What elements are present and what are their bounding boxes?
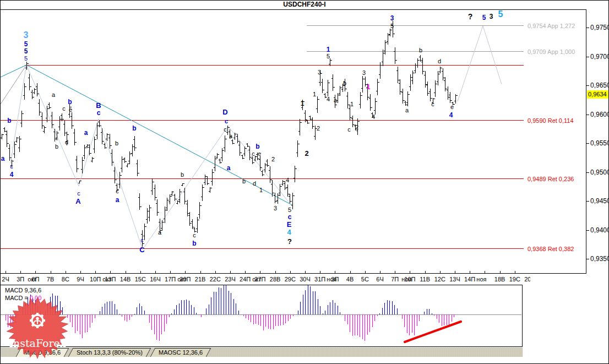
wave-label: 3 xyxy=(362,69,366,76)
wave-label: d xyxy=(438,58,441,64)
wave-label: a xyxy=(52,91,56,98)
price-axis-tick-mark xyxy=(586,115,589,115)
chart-borders xyxy=(1,9,586,274)
wave-label: c xyxy=(62,105,66,112)
time-axis[interactable]: 2Ч3П6П7В8С9Ч10П13П14В15С16Ч17П20П21В22С2… xyxy=(1,274,530,285)
price-tick-label: 0,9750 xyxy=(590,24,609,31)
wave-label: d xyxy=(253,180,256,187)
wave-label: e xyxy=(69,106,72,113)
price-axis-tick-mark xyxy=(586,28,589,28)
tab-maosc[interactable]: MAOSC 12,36,6 xyxy=(150,348,211,357)
wave-label: A xyxy=(75,197,81,205)
wave-label: a xyxy=(227,164,231,172)
wave-label: 4 xyxy=(449,111,453,119)
wave-label: c xyxy=(10,163,13,170)
price-axis[interactable]: 0,9634 0,97500,97000,96500,96000,95500,9… xyxy=(586,9,609,274)
month-tick-label: ноя xyxy=(327,276,336,282)
wave-label: 4 xyxy=(10,171,14,178)
date-tick-label: 28В xyxy=(270,276,281,282)
indicator-tab-strip: MACD 9,36,6 Stoch 13,3,3 (80%-20%) MAOSC… xyxy=(1,347,523,357)
wave-label: b xyxy=(419,47,422,53)
price-axis-tick-mark xyxy=(586,143,589,144)
wave-label: a xyxy=(334,97,338,104)
wave-label: ? xyxy=(468,12,473,21)
wave-label: b xyxy=(68,98,72,106)
wave-label: 2 xyxy=(355,124,358,131)
wave-label: d xyxy=(65,139,68,145)
date-tick-label: 7В xyxy=(47,276,54,282)
wave-label: 3 xyxy=(318,69,321,75)
wave-label: 4 xyxy=(287,228,291,236)
date-tick-label: 7П xyxy=(391,276,399,282)
wave-label: 5 xyxy=(24,40,28,48)
wave-label: b xyxy=(343,80,346,86)
date-tick-label: 22С xyxy=(210,276,221,282)
price-tick-label: 0,9500 xyxy=(590,169,609,176)
date-tick-label: 14П xyxy=(464,276,475,282)
date-tick-label: 4В xyxy=(346,276,354,282)
wave-label: c xyxy=(193,232,196,238)
wave-label: 2 xyxy=(304,149,308,157)
wave-label: 5 xyxy=(498,9,503,19)
wave-label: 3 xyxy=(274,205,277,211)
wave-label: c xyxy=(347,126,351,133)
wave-label: B xyxy=(96,101,101,110)
wave-label: 2 xyxy=(317,125,320,132)
date-tick-label: 24П xyxy=(240,276,251,282)
macd-panel-canvas[interactable] xyxy=(1,285,523,347)
price-axis-tick-mark xyxy=(586,201,589,202)
date-tick-label: 31П xyxy=(314,276,325,282)
wave-label: a xyxy=(229,133,233,139)
wave-label: 1 xyxy=(259,187,263,193)
wave-label: b xyxy=(7,117,11,124)
date-tick-label: 29С xyxy=(285,276,296,282)
main-chart-canvas[interactable]: 0,9754 App 1,2720,9709 App 1,0000,9590 R… xyxy=(1,9,586,274)
wave-label: 5 xyxy=(24,55,28,62)
date-tick-label: 8С xyxy=(62,276,69,282)
level-label: 0,9709 App 1,000 xyxy=(528,48,575,55)
price-tick-label: 0,9350 xyxy=(590,255,609,263)
wave-label: 2 xyxy=(271,156,275,162)
wave-label: c xyxy=(140,237,144,243)
wave-label: 5 xyxy=(390,23,394,29)
price-tick-label: 0,9600 xyxy=(590,111,609,118)
wave-label: 1 xyxy=(367,83,371,91)
chart-title: USDCHF240-I xyxy=(1,1,608,10)
month-tick-label: окт xyxy=(177,276,186,282)
forecast-lines xyxy=(458,26,502,101)
level-label: 0,9368 Ret 0,382 xyxy=(528,246,574,252)
price-axis-tick-mark xyxy=(586,85,589,86)
wave-label: a xyxy=(158,229,162,236)
date-tick-label: 17П xyxy=(165,276,176,282)
month-tick-label: окт xyxy=(102,276,111,282)
price-axis-tick-mark xyxy=(586,57,589,57)
wave-label: c xyxy=(288,213,292,221)
level-label: 0,9489 Ret 0,236 xyxy=(528,176,574,182)
wave-label: b xyxy=(181,171,184,178)
wave-label: C xyxy=(139,246,145,254)
chart-window: USDCHF240-I 0,9754 App 1,2720,9709 App 1… xyxy=(0,0,609,364)
date-tick-label: 9Ч xyxy=(77,276,84,282)
month-tick-label: ноя xyxy=(476,276,486,282)
price-tick-label: 0,9400 xyxy=(590,226,609,234)
wave-label: 1 xyxy=(301,100,304,107)
macd-trendline xyxy=(405,322,461,342)
footer-strip xyxy=(1,357,608,363)
current-price-tag: 0,9634 xyxy=(587,90,608,99)
date-tick-label: 6Ч xyxy=(376,276,383,282)
month-tick-label: окт xyxy=(252,276,261,282)
gear-person-icon xyxy=(30,313,45,328)
wave-label: 4 xyxy=(372,113,375,120)
wave-label: e xyxy=(450,104,454,110)
time-axis-ticks xyxy=(6,271,515,273)
date-tick-label: 30Ч xyxy=(300,276,311,282)
wave-label: b xyxy=(192,240,196,247)
wave-label: c xyxy=(116,188,119,194)
tab-stochastic[interactable]: Stoch 13,3,3 (80%-20%) xyxy=(68,348,151,357)
wave-label: c xyxy=(77,190,80,197)
trendlines xyxy=(1,65,292,249)
date-tick-label: 10П xyxy=(90,276,101,282)
date-tick-label: 20Ч xyxy=(524,276,530,282)
date-tick-label: 23Ч xyxy=(225,276,236,282)
wave-label: a xyxy=(84,129,88,137)
